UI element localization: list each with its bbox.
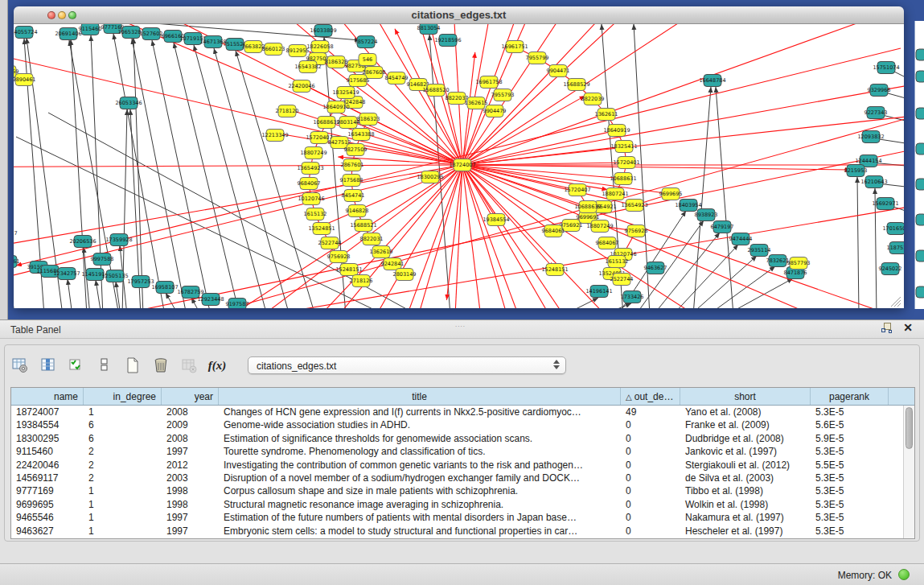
table-row[interactable]: 1938455462009Genome-wide association stu… [11,418,914,431]
table-cell[interactable]: 2003 [162,472,219,484]
delete-column-icon[interactable] [152,356,170,374]
graph-node[interactable]: 8660123 [262,43,285,56]
graph-node[interactable]: 9245022 [879,263,902,275]
table-cell[interactable]: 6 [84,418,162,431]
table-cell[interactable]: 49 [621,406,680,418]
graph-node[interactable]: 13654923 [297,163,323,175]
table-cell[interactable]: 6 [84,432,162,445]
table-cell[interactable]: Embryonic stem cells: a model to study s… [219,525,621,538]
table-cell[interactable]: 0 [621,511,680,524]
graph-node[interactable]: 6479197 [711,221,734,233]
graph-node[interactable]: 18226058 [306,41,333,53]
table-cell[interactable]: 1997 [162,511,219,524]
graph-node[interactable]: 10688631 [610,173,636,185]
table-cell[interactable]: 0 [621,498,680,511]
graph-node[interactable]: 9997588 [91,253,114,266]
graph-node[interactable]: 14569117 [14,228,18,240]
table-cell[interactable]: 9465546 [11,511,84,524]
table-cell[interactable]: Yano et al. (2008) [680,406,811,418]
graph-node[interactable]: 8938923 [695,209,718,221]
column-header-title[interactable]: title [219,388,621,405]
graph-node[interactable]: 13524851 [308,223,335,235]
table-cell[interactable]: 18300295 [11,432,84,445]
graph-node[interactable]: 9175685 [347,75,370,87]
table-cell[interactable]: Dudbridge et al. (2008) [680,432,811,445]
table-cell[interactable]: 0 [621,445,680,458]
table-cell[interactable]: 18724007 [11,406,84,418]
row-height-icon[interactable] [96,356,113,374]
graph-node[interactable]: 18640919 [603,125,630,137]
table-cell[interactable]: 5.3E-5 [811,472,889,484]
graph-node[interactable]: 1615132 [606,256,629,268]
table-cell[interactable]: 0 [621,418,680,431]
graph-node[interactable]: 8215953 [844,165,868,177]
table-cell[interactable]: Corpus callosum shape and size in male p… [219,484,621,497]
table-row[interactable]: 2242004622012Investigating the contribut… [11,459,914,472]
column-header-pagerank[interactable]: pagerank [811,388,889,405]
splitter-grip[interactable]: .... [455,321,466,328]
table-cell[interactable]: 2012 [162,459,219,472]
table-row[interactable]: 969969511998Structural magnetic resonanc… [11,498,914,511]
graph-node[interactable]: 19218596 [434,35,461,47]
table-cell[interactable]: 5.3E-5 [811,406,889,418]
graph-node[interactable]: 16210643 [860,176,887,188]
select-columns-icon[interactable] [68,356,85,374]
table-cell[interactable]: 19384554 [11,418,84,431]
graph-node[interactable]: 8822039 [581,93,605,105]
table-cell[interactable]: 5.3E-5 [811,484,889,497]
graph-node[interactable]: 9474444 [729,233,753,245]
table-cell[interactable]: 5.6E-5 [811,418,889,431]
table-cell[interactable]: Hescheler et al. (1997) [680,525,811,538]
table-settings-icon[interactable] [11,356,29,374]
table-cell[interactable]: 2008 [162,432,219,445]
graph-node[interactable]: 7857224 [355,36,378,48]
graph-node[interactable]: 9756928 [327,251,351,263]
graph-node[interactable]: 1527602 [140,28,163,40]
graph-node[interactable]: 8454741 [342,190,365,202]
graph-node[interactable]: 26053346 [115,97,142,109]
graph-node[interactable]: 2522744 [318,237,342,249]
graph-node[interactable]: 9684061 [542,225,565,237]
table-cell[interactable]: 1997 [162,525,219,538]
table-cell[interactable]: 5.5E-5 [811,459,889,472]
table-cell[interactable]: 9463627 [11,525,84,538]
graph-node[interactable]: 12093832 [857,131,884,143]
show-columns-icon[interactable] [39,356,57,374]
graph-node[interactable]: 9857793 [787,257,811,270]
graph-node[interactable]: 8912955 [286,45,310,57]
table-cell[interactable]: Jankovic et al. (1997) [680,445,811,458]
table-cell[interactable]: 0 [621,525,680,538]
table-cell[interactable]: 1998 [162,484,219,497]
table-cell[interactable]: 1998 [162,498,219,511]
graph-node[interactable]: 9684067 [298,178,321,190]
graph-node[interactable]: 15248151 [335,264,362,276]
table-cell[interactable]: 2008 [162,406,219,418]
table-row[interactable]: 977716911998Corpus callosum shape and si… [11,484,914,497]
new-table-icon[interactable] [124,356,142,374]
table-selector-dropdown[interactable]: citations_edges.txt [248,356,566,374]
graph-node[interactable]: 1362615 [465,97,488,109]
table-scrollbar[interactable] [903,406,914,538]
graph-node[interactable]: 17359928 [105,234,132,246]
table-cell[interactable]: 1 [84,406,162,418]
graph-node[interactable]: 16958107 [151,282,178,294]
graph-node[interactable]: 9115460 [79,24,102,35]
table-row[interactable]: 1872400712008Changes of HCN gene express… [11,406,914,418]
graph-node[interactable]: 15688529 [563,79,589,91]
graph-node[interactable]: 9699695 [659,188,683,200]
scrollbar-thumb[interactable] [906,407,913,449]
table-row[interactable]: 946362711997Embryonic stem cells: a mode… [11,525,914,538]
table-cell[interactable]: Investigating the contribution of common… [219,459,621,472]
graph-node[interactable]: 2718126 [350,275,373,287]
table-cell[interactable]: Genome-wide association studies in ADHD. [219,418,621,431]
column-header-name[interactable]: name [11,388,84,405]
graph-node[interactable]: 9904471 [547,65,570,77]
graph-node[interactable]: 9329966 [868,84,891,97]
table-cell[interactable]: 2009 [162,418,219,431]
graph-node[interactable]: 9463627 [644,262,667,274]
table-panel-header[interactable]: .... Table Panel ✕ [0,320,924,339]
graph-node[interactable]: 8186323 [357,113,380,126]
table-cell[interactable]: Disruption of a novel member of a sodium… [219,472,621,484]
table-cell[interactable]: 2 [84,459,162,472]
graph-node[interactable]: 2803149 [393,269,417,281]
